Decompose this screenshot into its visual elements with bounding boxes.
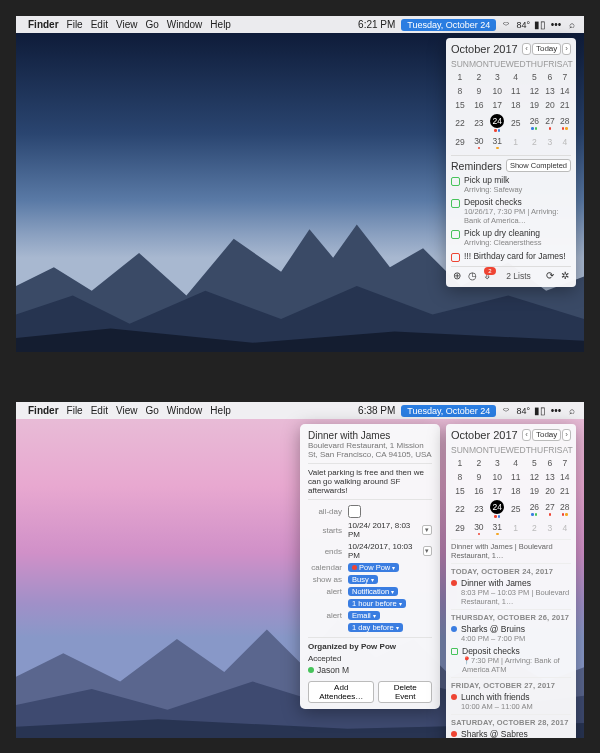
menu-window[interactable]: Window <box>167 405 203 416</box>
calendar-day[interactable]: 22 <box>451 498 469 520</box>
reminder-checkbox-icon[interactable] <box>451 199 460 208</box>
alert-type-select[interactable]: Email▾ <box>348 611 380 620</box>
calendar-day[interactable]: 12 <box>526 84 543 98</box>
app-name[interactable]: Finder <box>28 19 59 30</box>
calendar-day[interactable]: 26 <box>526 112 543 134</box>
calendar-day[interactable]: 20 <box>543 98 557 112</box>
calendar-day[interactable]: 17 <box>489 98 506 112</box>
calendar-day[interactable]: 21 <box>557 98 573 112</box>
menubar-date-pill[interactable]: Tuesday, October 24 <box>401 19 496 31</box>
overflow-icon[interactable]: ••• <box>550 19 562 31</box>
agenda-event[interactable]: Deposit checks📍7:30 PM | Arriving: Bank … <box>451 646 571 674</box>
calendar-day[interactable]: 22 <box>451 112 469 134</box>
search-icon[interactable]: ⌕ <box>566 19 578 31</box>
calendar-day[interactable]: 27 <box>543 498 557 520</box>
calendar-day[interactable]: 26 <box>526 498 543 520</box>
today-button[interactable]: Today <box>532 43 561 55</box>
calendar-day[interactable]: 12 <box>526 470 543 484</box>
delete-event-button[interactable]: Delete Event <box>378 681 432 703</box>
clock-icon[interactable]: ◷ <box>466 270 478 282</box>
menu-edit[interactable]: Edit <box>91 19 108 30</box>
calendar-day[interactable]: 9 <box>469 470 489 484</box>
calendar-day[interactable]: 21 <box>557 484 573 498</box>
calendar-day[interactable]: 13 <box>543 84 557 98</box>
calendar-day[interactable]: 15 <box>451 484 469 498</box>
calendar-day[interactable]: 9 <box>469 84 489 98</box>
month-grid[interactable]: SUNMONTUEWEDTHUFRISAT1234567891011121314… <box>451 58 573 151</box>
prev-month-button[interactable]: ‹ <box>522 43 531 55</box>
calendar-day[interactable]: 15 <box>451 98 469 112</box>
show-completed-button[interactable]: Show Completed <box>506 159 571 172</box>
calendar-day[interactable]: 1 <box>506 134 526 152</box>
calendar-day[interactable]: 28 <box>557 112 573 134</box>
alert-time-select[interactable]: 1 day before▾ <box>348 623 403 632</box>
calendar-day[interactable]: 1 <box>506 520 526 538</box>
reminder-item[interactable]: Pick up milkArriving: Safeway <box>451 176 571 194</box>
today-button[interactable]: Today <box>532 429 561 441</box>
calendar-day[interactable]: 23 <box>469 112 489 134</box>
menu-window[interactable]: Window <box>167 19 203 30</box>
calendar-day[interactable]: 20 <box>543 484 557 498</box>
allday-checkbox[interactable] <box>348 505 361 518</box>
calendar-select[interactable]: Pow Pow▾ <box>348 563 399 572</box>
calendar-day[interactable]: 17 <box>489 484 506 498</box>
reminder-checkbox-icon[interactable] <box>451 253 460 262</box>
reminder-checkbox-icon[interactable] <box>451 230 460 239</box>
calendar-day[interactable]: 8 <box>451 84 469 98</box>
calendar-day[interactable]: 31 <box>489 134 506 152</box>
calendar-day[interactable]: 4 <box>557 134 573 152</box>
calendar-day[interactable]: 24 <box>489 112 506 134</box>
calendar-day[interactable]: 16 <box>469 98 489 112</box>
calendar-day[interactable]: 2 <box>526 520 543 538</box>
reminder-item[interactable]: Pick up dry cleaningArriving: Cleanersth… <box>451 229 571 247</box>
reminder-item[interactable]: Deposit checks10/26/17, 7:30 PM | Arrivi… <box>451 198 571 225</box>
menu-file[interactable]: File <box>67 19 83 30</box>
prev-month-button[interactable]: ‹ <box>522 429 531 441</box>
gear-icon[interactable]: ✲ <box>559 270 571 282</box>
calendar-day[interactable]: 11 <box>506 84 526 98</box>
calendar-day[interactable]: 2 <box>469 456 489 470</box>
month-grid[interactable]: SUNMONTUEWEDTHUFRISAT1234567891011121314… <box>451 444 573 537</box>
calendar-day[interactable]: 3 <box>489 70 506 84</box>
battery-icon[interactable]: ▮▯ <box>534 405 546 417</box>
menu-go[interactable]: Go <box>145 405 158 416</box>
menu-view[interactable]: View <box>116 19 138 30</box>
menu-go[interactable]: Go <box>145 19 158 30</box>
calendar-day[interactable]: 6 <box>543 70 557 84</box>
calendar-day[interactable]: 11 <box>506 470 526 484</box>
calendar-day[interactable]: 6 <box>543 456 557 470</box>
calendar-day[interactable]: 3 <box>543 520 557 538</box>
calendar-day[interactable]: 16 <box>469 484 489 498</box>
menu-help[interactable]: Help <box>210 405 231 416</box>
calendar-day[interactable]: 18 <box>506 484 526 498</box>
calendar-day[interactable]: 28 <box>557 498 573 520</box>
stepper-icon[interactable]: ▾ <box>423 546 432 556</box>
calendar-day[interactable]: 23 <box>469 498 489 520</box>
calendar-day[interactable]: 19 <box>526 98 543 112</box>
calendar-day[interactable]: 14 <box>557 470 573 484</box>
stepper-icon[interactable]: ▾ <box>422 525 432 535</box>
calendar-day[interactable]: 27 <box>543 112 557 134</box>
menubar-date-pill[interactable]: Tuesday, October 24 <box>401 405 496 417</box>
agenda-event[interactable]: Lunch with friends10:00 AM – 11:00 AM <box>451 692 571 711</box>
app-name[interactable]: Finder <box>28 405 59 416</box>
menu-view[interactable]: View <box>116 405 138 416</box>
calendar-day[interactable]: 30 <box>469 520 489 538</box>
calendar-day[interactable]: 2 <box>469 70 489 84</box>
calendar-day[interactable]: 7 <box>557 456 573 470</box>
calendar-day[interactable]: 10 <box>489 84 506 98</box>
search-icon[interactable]: ⌕ <box>566 405 578 417</box>
calendar-day[interactable]: 3 <box>543 134 557 152</box>
calendar-day[interactable]: 4 <box>506 456 526 470</box>
add-attendees-button[interactable]: Add Attendees… <box>308 681 374 703</box>
calendar-day[interactable]: 24 <box>489 498 506 520</box>
add-event-icon[interactable]: ⊕ <box>451 270 463 282</box>
calendar-day[interactable]: 30 <box>469 134 489 152</box>
wifi-icon[interactable]: ⌔ <box>500 405 512 417</box>
calendar-day[interactable]: 1 <box>451 456 469 470</box>
next-month-button[interactable]: › <box>562 429 571 441</box>
ends-value[interactable]: 10/24/2017, 10:03 PM <box>348 542 421 560</box>
calendar-day[interactable]: 13 <box>543 470 557 484</box>
calendar-day[interactable]: 8 <box>451 470 469 484</box>
calendar-day[interactable]: 18 <box>506 98 526 112</box>
